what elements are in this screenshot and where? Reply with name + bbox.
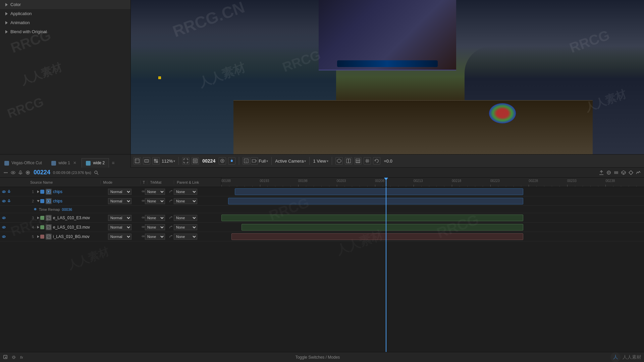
track-clip[interactable]: [231, 233, 523, 240]
transparency-icon[interactable]: [152, 157, 160, 165]
camera-control[interactable]: Active Camera ▾: [275, 159, 306, 164]
graph-icon[interactable]: [635, 170, 641, 176]
parent-select[interactable]: None: [174, 234, 197, 240]
tab-wide-1[interactable]: wide 1 ✕: [47, 158, 81, 168]
layer-shy-icon[interactable]: [23, 189, 28, 194]
layer-audio-icon[interactable]: [7, 189, 11, 194]
trkmat-select[interactable]: NoneAlpha Matte: [145, 224, 165, 230]
layer-shy-icon[interactable]: [23, 216, 28, 220]
settings-icon[interactable]: [11, 354, 17, 360]
eye-icon[interactable]: [10, 170, 16, 176]
keyframe-icon[interactable]: [628, 170, 634, 176]
layer-mode-control[interactable]: NormalMultiplyScreenAdd: [107, 215, 133, 221]
layer-shy-icon[interactable]: [23, 225, 28, 230]
keyframe-enable-icon[interactable]: [34, 207, 37, 212]
mode-select[interactable]: NormalMultiplyScreenAdd: [108, 234, 131, 240]
layer-trkmat-control[interactable]: NoneAlpha Matte: [140, 215, 167, 221]
layer-visibility-icon[interactable]: [1, 199, 6, 203]
3d-layer-icon[interactable]: [621, 170, 627, 176]
lift-icon[interactable]: [598, 170, 604, 176]
layer-row[interactable]: 5i_LAS_010_BG.movNormalMultiplyScreenAdd…: [0, 232, 221, 241]
search-icon[interactable]: [93, 169, 100, 176]
tab-close-button[interactable]: ✕: [73, 161, 76, 165]
frame-blend-icon[interactable]: [613, 170, 619, 176]
sidebar-item-blend[interactable]: Blend with Original: [0, 27, 130, 36]
track-clip[interactable]: [241, 224, 523, 231]
sidebar-item-application[interactable]: Application: [0, 9, 130, 18]
layer-row[interactable]: 3e_LAS_010_E3.movNormalMultiplyScreenAdd…: [0, 213, 221, 223]
view-settings-icon[interactable]: [143, 157, 150, 165]
layer-visibility-icon[interactable]: [1, 189, 6, 194]
quality-control[interactable]: Q Full ▾: [243, 157, 268, 165]
layer-audio-icon[interactable]: [7, 216, 11, 220]
trkmat-select[interactable]: NoneAlpha Matte: [145, 189, 165, 195]
track-row[interactable]: [221, 187, 644, 196]
layer-visibility-icon[interactable]: [1, 225, 6, 230]
track-row[interactable]: [221, 213, 644, 223]
layer-expand-arrow[interactable]: [36, 225, 40, 229]
layer-row[interactable]: 2chipsNormalMultiplyScreenAddNoneAlpha M…: [0, 196, 221, 206]
fullscreen-icon[interactable]: [192, 157, 199, 165]
layer-parent-control[interactable]: None: [167, 215, 214, 221]
tabs-overflow-button[interactable]: ≡: [110, 158, 116, 168]
layer-shy-icon[interactable]: [23, 234, 28, 239]
layer-solo-icon[interactable]: [12, 234, 17, 239]
layer-solo-icon[interactable]: [12, 225, 17, 230]
layer-lock-icon[interactable]: [17, 225, 22, 230]
timeline-ruler[interactable]: 0018800193001980020300208002130021800223…: [221, 178, 644, 187]
mode-select[interactable]: NormalMultiplyScreenAdd: [108, 198, 131, 204]
layer-lock-icon[interactable]: [17, 199, 22, 203]
audio-icon[interactable]: [17, 170, 23, 176]
layer-visibility-icon[interactable]: [1, 234, 6, 239]
ruler-playhead[interactable]: [386, 178, 386, 187]
track-row[interactable]: [221, 232, 644, 241]
timeline-menu-icon[interactable]: [3, 170, 9, 176]
track-row[interactable]: [221, 196, 644, 206]
mode-select[interactable]: NormalMultiplyScreenAdd: [108, 189, 131, 195]
layer-audio-icon[interactable]: [7, 234, 11, 239]
transform-handle[interactable]: [158, 76, 161, 79]
trkmat-select[interactable]: NoneAlpha Matte: [145, 198, 165, 204]
mode-select[interactable]: NormalMultiplyScreenAdd: [108, 215, 131, 221]
mode-select[interactable]: NormalMultiplyScreenAdd: [108, 224, 131, 230]
trkmat-select[interactable]: NoneAlpha Matte: [145, 234, 165, 240]
layer-expand-arrow[interactable]: [36, 216, 40, 220]
layer-parent-control[interactable]: None: [167, 189, 214, 195]
track-clip[interactable]: [228, 198, 523, 204]
composition-icon[interactable]: [345, 157, 352, 165]
sidebar-item-color[interactable]: Color: [0, 0, 130, 9]
layer-solo-icon[interactable]: [12, 199, 17, 203]
layer-row[interactable]: 4e_LAS_010_E3.movNormalMultiplyScreenAdd…: [0, 223, 221, 232]
tracks-playhead[interactable]: [386, 187, 386, 352]
3d-icon[interactable]: [335, 157, 343, 165]
layer-solo-icon[interactable]: [12, 189, 17, 194]
layer-lock-icon[interactable]: [17, 216, 22, 220]
layer-trkmat-control[interactable]: NoneAlpha Matte: [140, 198, 167, 204]
layer-trkmat-control[interactable]: NoneAlpha Matte: [140, 234, 167, 240]
track-clip[interactable]: [221, 215, 523, 221]
layer-expand-arrow[interactable]: [36, 235, 40, 239]
expressions-icon[interactable]: fx: [19, 354, 25, 360]
trkmat-select[interactable]: NoneAlpha Matte: [145, 215, 165, 221]
track-clip[interactable]: [235, 188, 523, 195]
layer-lock-icon[interactable]: [17, 189, 22, 194]
layer-audio-icon[interactable]: [7, 199, 11, 203]
layer-expand-arrow[interactable]: [36, 190, 40, 194]
layer-mode-control[interactable]: NormalMultiplyScreenAdd: [107, 224, 133, 230]
layer-vis-icon[interactable]: [354, 157, 362, 165]
layer-audio-icon[interactable]: [7, 225, 11, 230]
tab-wide-2[interactable]: wide 2: [82, 158, 109, 168]
tab-vegas-office-cut[interactable]: Vegas-Office Cut: [0, 158, 46, 168]
layer-parent-control[interactable]: None: [167, 224, 214, 230]
layer-visibility-icon[interactable]: [1, 216, 6, 220]
layer-lock-icon[interactable]: [17, 234, 22, 239]
solo-icon[interactable]: [25, 170, 31, 176]
layer-mode-control[interactable]: NormalMultiplyScreenAdd: [107, 234, 133, 240]
parent-select[interactable]: None: [174, 224, 197, 230]
new-comp-icon[interactable]: [3, 354, 9, 360]
track-row[interactable]: [221, 223, 644, 232]
parent-select[interactable]: None: [174, 215, 197, 221]
color-dropper-icon[interactable]: [228, 157, 235, 165]
layer-mode-control[interactable]: NormalMultiplyScreenAdd: [107, 189, 133, 195]
layer-trkmat-control[interactable]: NoneAlpha Matte: [140, 224, 167, 230]
